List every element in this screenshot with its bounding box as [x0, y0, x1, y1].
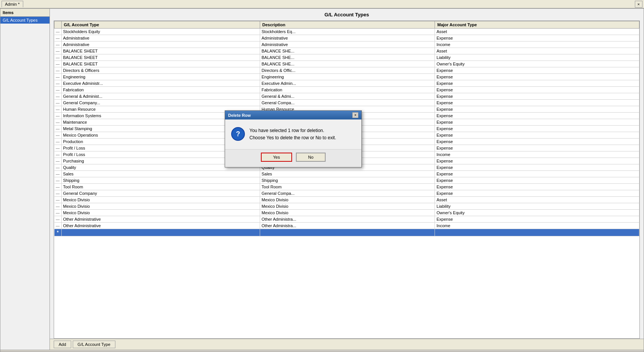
dialog-yes-button[interactable]: Yes	[261, 153, 292, 162]
table-row[interactable]: —SalesSalesExpense	[54, 171, 639, 177]
cell-major-type: Expense	[435, 74, 639, 80]
row-indicator: —	[54, 139, 62, 145]
col-gl-type: G/L Account Type	[61, 21, 260, 29]
dialog-message-line1: You have selected 1 row for deletion.	[249, 127, 336, 134]
cell-description: Other Administra...	[260, 216, 435, 223]
cell-gl-type: Other Administrative	[61, 223, 260, 229]
row-indicator: —	[54, 190, 62, 197]
table-row[interactable]: —BALANCE SHEETBALANCE SHE...Liability	[54, 54, 639, 61]
cell-major-type: Expense	[435, 177, 639, 184]
table-row[interactable]: —Other AdministrativeOther Administra...…	[54, 223, 639, 229]
table-row[interactable]: —General CompanyGeneral Compa...Expense	[54, 190, 639, 197]
row-indicator: —	[54, 197, 62, 203]
table-row[interactable]: —Other AdministrativeOther Administra...…	[54, 216, 639, 223]
cell-description: General Compa...	[260, 190, 435, 197]
table-row[interactable]: —EngineeringEngineeringExpense	[54, 74, 639, 80]
cell-gl-type: Mexico Divisio	[61, 210, 260, 216]
title-bar-left: Admin *	[2, 1, 23, 7]
row-indicator: —	[54, 29, 62, 35]
table-row[interactable]: —Mexico DivisioMexico DivisioAsset	[54, 197, 639, 203]
page-title: G/L Account Types	[50, 9, 644, 21]
table-row[interactable]: —Mexico DivisioMexico DivisioLiability	[54, 203, 639, 210]
cell-gl-type: Administrative	[61, 35, 260, 41]
cell-major-type: Income	[435, 151, 639, 158]
cell-major-type: Expense	[435, 113, 639, 119]
admin-tab[interactable]: Admin *	[2, 1, 23, 7]
row-indicator: —	[54, 203, 62, 210]
gl-account-types-table-area[interactable]: G/L Account Type Description Major Accou…	[54, 21, 640, 339]
cell-description: Sales	[260, 171, 435, 177]
table-row[interactable]: —General & Administ...General & Admi...E…	[54, 93, 639, 100]
cell-description: BALANCE SHE...	[260, 61, 435, 67]
cell-major-type: Expense	[435, 67, 639, 74]
row-indicator: —	[54, 171, 62, 177]
cell-major-type: Expense	[435, 184, 639, 190]
cell-major-type: Expense	[435, 93, 639, 100]
cell-major-type: Asset	[435, 197, 639, 203]
table-row[interactable]: —Directors & OfficersDirectors & Offic..…	[54, 67, 639, 74]
cell-major-type: Expense	[435, 35, 639, 41]
cell-description: Mexico Divisio	[260, 210, 435, 216]
row-indicator: —	[54, 54, 62, 61]
cell-major-type: Expense	[435, 164, 639, 171]
table-row[interactable]: —Executive Administr...Executive Admin..…	[54, 80, 639, 87]
row-indicator: —	[54, 126, 62, 132]
table-row[interactable]: —ShippingShippingExpense	[54, 177, 639, 184]
sidebar: Items G/L Account Types	[0, 9, 50, 350]
row-indicator: —	[54, 61, 62, 67]
cell-gl-type: General & Administ...	[61, 93, 260, 100]
cell-gl-type: BALANCE SHEET	[61, 61, 260, 67]
table-row[interactable]: —BALANCE SHEETBALANCE SHE...Asset	[54, 48, 639, 54]
cell-gl-type: Engineering	[61, 74, 260, 80]
row-indicator: —	[54, 87, 62, 93]
gl-account-type-button[interactable]: G/L Account Type	[73, 341, 115, 348]
table-row[interactable]: —Tool RoomTool RoomExpense	[54, 184, 639, 190]
cell-gl-type: BALANCE SHEET	[61, 54, 260, 61]
sidebar-item-gl-account-types[interactable]: G/L Account Types	[0, 17, 50, 24]
dialog-close-button[interactable]: ×	[352, 112, 358, 118]
window-close-button[interactable]: ×	[635, 1, 642, 8]
new-row-cell[interactable]	[61, 229, 260, 236]
cell-major-type: Income	[435, 223, 639, 229]
cell-gl-type: Executive Administr...	[61, 80, 260, 87]
cell-gl-type: Other Administrative	[61, 216, 260, 223]
cell-description: General Compa...	[260, 100, 435, 106]
cell-gl-type: Tool Room	[61, 184, 260, 190]
table-row[interactable]: —General Company...General Compa...Expen…	[54, 100, 639, 106]
cell-major-type: Expense	[435, 132, 639, 139]
row-indicator: —	[54, 158, 62, 164]
content-area: Items G/L Account Types G/L Account Type…	[0, 9, 644, 350]
cell-description: Tool Room	[260, 184, 435, 190]
new-row-cell[interactable]	[260, 229, 435, 236]
table-row[interactable]: —Mexico DivisioMexico DivisioOwner's Equ…	[54, 210, 639, 216]
row-indicator: —	[54, 184, 62, 190]
row-indicator: —	[54, 132, 62, 139]
new-row-cell[interactable]	[435, 229, 639, 236]
delete-row-dialog: Delete Row × ? You have selected 1 row f…	[225, 110, 362, 167]
cell-major-type: Owner's Equity	[435, 210, 639, 216]
table-row[interactable]: —Stockholders EquityStockholders Eq...As…	[54, 29, 639, 35]
dialog-no-button[interactable]: No	[296, 153, 326, 162]
status-bar	[0, 350, 644, 352]
row-indicator: —	[54, 223, 62, 229]
table-row[interactable]: —FabricationFabricationExpense	[54, 87, 639, 93]
cell-gl-type: Shipping	[61, 177, 260, 184]
bottom-bar: Add G/L Account Type	[50, 339, 644, 350]
new-row[interactable]: *	[54, 229, 639, 236]
table-row[interactable]: —BALANCE SHEETBALANCE SHE...Owner's Equi…	[54, 61, 639, 67]
cell-description: Directors & Offic...	[260, 67, 435, 74]
table-row[interactable]: —AdministrativeAdministrativeIncome	[54, 41, 639, 48]
row-indicator: —	[54, 210, 62, 216]
table-row[interactable]: —AdministrativeAdministrativeExpense	[54, 35, 639, 41]
row-indicator: —	[54, 119, 62, 126]
col-description: Description	[260, 21, 435, 29]
cell-major-type: Expense	[435, 106, 639, 113]
cell-gl-type: Fabrication	[61, 87, 260, 93]
dialog-footer: Yes No	[225, 149, 361, 167]
cell-gl-type: Mexico Divisio	[61, 203, 260, 210]
dialog-title: Delete Row	[228, 113, 251, 118]
cell-description: Administrative	[260, 41, 435, 48]
add-button[interactable]: Add	[54, 341, 71, 348]
row-indicator: —	[54, 145, 62, 151]
row-indicator: —	[54, 74, 62, 80]
